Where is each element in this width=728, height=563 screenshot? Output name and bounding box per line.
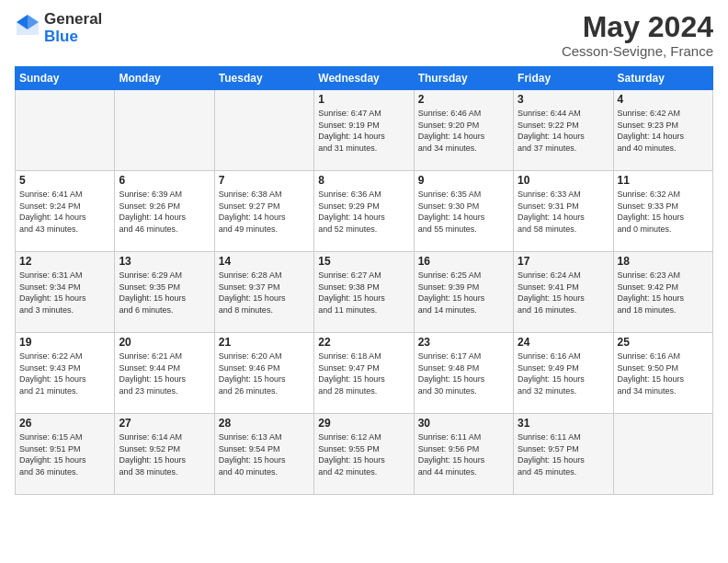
day-number: 1	[318, 93, 409, 106]
header-monday: Monday	[115, 67, 214, 90]
day-number: 29	[318, 417, 409, 430]
header: General Blue May 2024 Cesson-Sevigne, Fr…	[15, 11, 713, 59]
day-cell: 9Sunrise: 6:35 AMSunset: 9:30 PMDaylight…	[414, 171, 513, 252]
day-info: Sunrise: 6:33 AMSunset: 9:31 PMDaylight:…	[518, 189, 609, 235]
day-cell: 11Sunrise: 6:32 AMSunset: 9:33 PMDayligh…	[613, 171, 712, 252]
day-info: Sunrise: 6:18 AMSunset: 9:47 PMDaylight:…	[318, 350, 409, 396]
day-cell: 26Sunrise: 6:15 AMSunset: 9:51 PMDayligh…	[16, 414, 115, 495]
day-number: 15	[318, 255, 409, 268]
day-cell: 21Sunrise: 6:20 AMSunset: 9:46 PMDayligh…	[214, 333, 313, 414]
day-info: Sunrise: 6:20 AMSunset: 9:46 PMDaylight:…	[219, 350, 310, 396]
day-number: 10	[518, 174, 609, 187]
day-cell: 19Sunrise: 6:22 AMSunset: 9:43 PMDayligh…	[16, 333, 115, 414]
header-friday: Friday	[514, 67, 613, 90]
day-info: Sunrise: 6:11 AMSunset: 9:57 PMDaylight:…	[518, 431, 609, 477]
day-number: 31	[518, 417, 609, 430]
calendar-title: May 2024	[562, 11, 713, 43]
day-cell: 18Sunrise: 6:23 AMSunset: 9:42 PMDayligh…	[613, 252, 712, 333]
calendar-subtitle: Cesson-Sevigne, France	[562, 43, 713, 59]
day-info: Sunrise: 6:41 AMSunset: 9:24 PMDaylight:…	[19, 189, 110, 235]
day-info: Sunrise: 6:28 AMSunset: 9:37 PMDaylight:…	[219, 270, 310, 316]
calendar-page: General Blue May 2024 Cesson-Sevigne, Fr…	[0, 0, 728, 563]
day-number: 6	[119, 174, 210, 187]
day-info: Sunrise: 6:23 AMSunset: 9:42 PMDaylight:…	[618, 270, 709, 316]
day-number: 18	[618, 255, 709, 268]
day-cell: 6Sunrise: 6:39 AMSunset: 9:26 PMDaylight…	[115, 171, 214, 252]
day-cell: 31Sunrise: 6:11 AMSunset: 9:57 PMDayligh…	[514, 414, 613, 495]
week-row-1: 1Sunrise: 6:47 AMSunset: 9:19 PMDaylight…	[16, 90, 713, 171]
calendar-table: Sunday Monday Tuesday Wednesday Thursday…	[15, 66, 713, 495]
calendar-header: Sunday Monday Tuesday Wednesday Thursday…	[16, 67, 713, 90]
header-row: Sunday Monday Tuesday Wednesday Thursday…	[16, 67, 713, 90]
day-number: 28	[219, 417, 310, 430]
day-number: 9	[418, 174, 509, 187]
day-info: Sunrise: 6:24 AMSunset: 9:41 PMDaylight:…	[518, 270, 609, 316]
day-number: 12	[19, 255, 110, 268]
header-saturday: Saturday	[613, 67, 712, 90]
week-row-4: 19Sunrise: 6:22 AMSunset: 9:43 PMDayligh…	[16, 333, 713, 414]
day-info: Sunrise: 6:44 AMSunset: 9:22 PMDaylight:…	[518, 108, 609, 154]
day-number: 26	[19, 417, 110, 430]
logo-general-text: General	[44, 11, 102, 29]
day-number: 21	[219, 336, 310, 349]
day-info: Sunrise: 6:16 AMSunset: 9:49 PMDaylight:…	[518, 350, 609, 396]
day-cell: 13Sunrise: 6:29 AMSunset: 9:35 PMDayligh…	[115, 252, 214, 333]
day-number: 14	[219, 255, 310, 268]
day-cell: 22Sunrise: 6:18 AMSunset: 9:47 PMDayligh…	[314, 333, 414, 414]
week-row-2: 5Sunrise: 6:41 AMSunset: 9:24 PMDaylight…	[16, 171, 713, 252]
day-cell	[214, 90, 313, 171]
day-info: Sunrise: 6:13 AMSunset: 9:54 PMDaylight:…	[219, 431, 310, 477]
header-sunday: Sunday	[16, 67, 115, 90]
day-info: Sunrise: 6:35 AMSunset: 9:30 PMDaylight:…	[418, 189, 509, 235]
day-cell: 8Sunrise: 6:36 AMSunset: 9:29 PMDaylight…	[314, 171, 414, 252]
header-tuesday: Tuesday	[214, 67, 313, 90]
day-cell: 24Sunrise: 6:16 AMSunset: 9:49 PMDayligh…	[514, 333, 613, 414]
day-number: 30	[418, 417, 509, 430]
day-cell: 15Sunrise: 6:27 AMSunset: 9:38 PMDayligh…	[314, 252, 414, 333]
header-thursday: Thursday	[414, 67, 513, 90]
day-info: Sunrise: 6:32 AMSunset: 9:33 PMDaylight:…	[618, 189, 709, 235]
day-cell: 14Sunrise: 6:28 AMSunset: 9:37 PMDayligh…	[214, 252, 313, 333]
logo-icon	[15, 13, 40, 39]
day-cell: 27Sunrise: 6:14 AMSunset: 9:52 PMDayligh…	[115, 414, 214, 495]
day-info: Sunrise: 6:11 AMSunset: 9:56 PMDaylight:…	[418, 431, 509, 477]
logo: General Blue	[15, 11, 102, 45]
logo-text: General Blue	[44, 11, 102, 45]
day-number: 22	[318, 336, 409, 349]
day-number: 5	[19, 174, 110, 187]
day-cell: 30Sunrise: 6:11 AMSunset: 9:56 PMDayligh…	[414, 414, 513, 495]
day-cell: 4Sunrise: 6:42 AMSunset: 9:23 PMDaylight…	[613, 90, 712, 171]
day-number: 7	[219, 174, 310, 187]
day-number: 13	[119, 255, 210, 268]
day-cell: 3Sunrise: 6:44 AMSunset: 9:22 PMDaylight…	[514, 90, 613, 171]
day-cell	[115, 90, 214, 171]
day-info: Sunrise: 6:21 AMSunset: 9:44 PMDaylight:…	[119, 350, 210, 396]
day-number: 25	[618, 336, 709, 349]
day-cell: 28Sunrise: 6:13 AMSunset: 9:54 PMDayligh…	[214, 414, 313, 495]
day-info: Sunrise: 6:25 AMSunset: 9:39 PMDaylight:…	[418, 270, 509, 316]
header-wednesday: Wednesday	[314, 67, 414, 90]
day-info: Sunrise: 6:31 AMSunset: 9:34 PMDaylight:…	[19, 270, 110, 316]
day-cell: 10Sunrise: 6:33 AMSunset: 9:31 PMDayligh…	[514, 171, 613, 252]
day-info: Sunrise: 6:16 AMSunset: 9:50 PMDaylight:…	[618, 350, 709, 396]
calendar-body: 1Sunrise: 6:47 AMSunset: 9:19 PMDaylight…	[16, 90, 713, 495]
day-number: 8	[318, 174, 409, 187]
day-number: 17	[518, 255, 609, 268]
day-cell	[16, 90, 115, 171]
week-row-3: 12Sunrise: 6:31 AMSunset: 9:34 PMDayligh…	[16, 252, 713, 333]
day-number: 27	[119, 417, 210, 430]
day-cell: 7Sunrise: 6:38 AMSunset: 9:27 PMDaylight…	[214, 171, 313, 252]
day-cell: 20Sunrise: 6:21 AMSunset: 9:44 PMDayligh…	[115, 333, 214, 414]
day-number: 2	[418, 93, 509, 106]
day-info: Sunrise: 6:39 AMSunset: 9:26 PMDaylight:…	[119, 189, 210, 235]
day-info: Sunrise: 6:17 AMSunset: 9:48 PMDaylight:…	[418, 350, 509, 396]
day-number: 4	[618, 93, 709, 106]
day-info: Sunrise: 6:14 AMSunset: 9:52 PMDaylight:…	[119, 431, 210, 477]
day-info: Sunrise: 6:27 AMSunset: 9:38 PMDaylight:…	[318, 270, 409, 316]
day-cell: 1Sunrise: 6:47 AMSunset: 9:19 PMDaylight…	[314, 90, 414, 171]
day-info: Sunrise: 6:12 AMSunset: 9:55 PMDaylight:…	[318, 431, 409, 477]
day-info: Sunrise: 6:47 AMSunset: 9:19 PMDaylight:…	[318, 108, 409, 154]
day-info: Sunrise: 6:42 AMSunset: 9:23 PMDaylight:…	[618, 108, 709, 154]
day-number: 24	[518, 336, 609, 349]
day-number: 16	[418, 255, 509, 268]
